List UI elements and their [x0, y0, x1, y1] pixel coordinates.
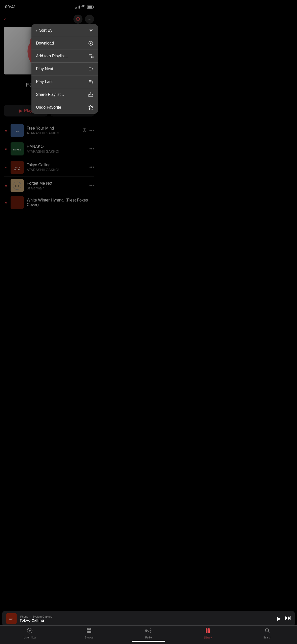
menu-item-sort-by[interactable]: › Sort By	[31, 24, 98, 37]
play-last-label: Play Last	[36, 79, 53, 84]
add-playlist-icon	[88, 53, 94, 59]
svg-rect-10	[89, 56, 92, 56]
share-icon	[88, 92, 94, 97]
play-last-icon	[88, 79, 94, 85]
menu-item-undo-favorite[interactable]: Undo Favorite	[31, 101, 98, 114]
svg-rect-19	[89, 83, 92, 83]
album-section: › Sort By Download Add to a Playl	[0, 27, 98, 77]
star-outline-icon	[88, 105, 94, 110]
sort-icon	[88, 28, 94, 33]
play-next-icon	[88, 66, 94, 72]
sort-chevron-icon: ›	[36, 28, 37, 32]
svg-rect-17	[89, 80, 92, 81]
svg-marker-21	[92, 82, 93, 84]
share-playlist-label: Share Playlist...	[36, 92, 64, 97]
svg-rect-18	[89, 82, 92, 82]
svg-rect-13	[89, 68, 92, 68]
download-label: Download	[36, 41, 54, 46]
context-menu: › Sort By Download Add to a Playl	[31, 24, 98, 114]
svg-rect-9	[89, 55, 92, 55]
svg-rect-15	[89, 70, 92, 70]
menu-item-play-last[interactable]: Play Last	[31, 75, 98, 88]
svg-marker-22	[89, 105, 93, 109]
menu-item-share-playlist[interactable]: Share Playlist...	[31, 88, 98, 101]
add-playlist-label: Add to a Playlist...	[36, 54, 68, 58]
sort-by-label: Sort By	[39, 28, 52, 33]
menu-item-download[interactable]: Download	[31, 37, 98, 50]
menu-item-add-playlist[interactable]: Add to a Playlist...	[31, 50, 98, 63]
download-circle-icon	[88, 41, 94, 46]
play-next-label: Play Next	[36, 67, 53, 71]
svg-rect-14	[89, 69, 92, 69]
svg-rect-11	[89, 57, 91, 57]
menu-item-play-next[interactable]: Play Next	[31, 63, 98, 75]
svg-marker-16	[92, 68, 93, 70]
undo-favorite-label: Undo Favorite	[36, 105, 61, 110]
